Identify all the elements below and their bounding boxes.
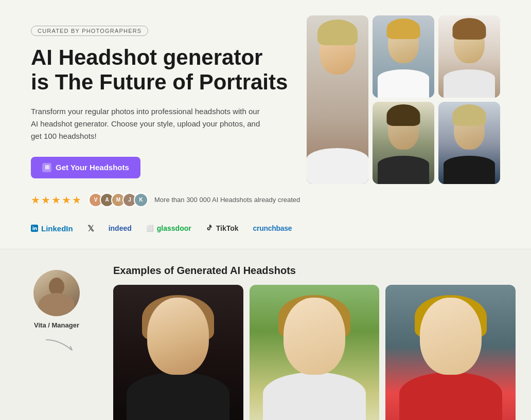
proof-text: More than 300 000 AI Headshots already c… (154, 196, 300, 204)
user-name: Vita / Manager (34, 321, 79, 329)
twitter-x-logo: 𝕏 (87, 224, 94, 233)
curated-badge: CURATED BY PHOTOGRAPHERS (31, 26, 148, 36)
star-rating: ★★★★★ (31, 194, 82, 206)
hero-photo-grid (307, 15, 500, 188)
linkedin-logo: LinkedIn (31, 224, 73, 233)
grid-photo-3 (438, 15, 500, 98)
examples-title: Examples of Generated AI Headshots (113, 265, 516, 277)
user-profile-area: Vita / Manager 300 000+ AI headshots alr… (15, 265, 98, 420)
generated-photos-grid: + AI Generated + AI Generated + AI Gen (113, 285, 516, 420)
camera-icon: ⊞ (42, 163, 51, 172)
social-proof: ★★★★★ V A M J K More than 300 000 AI Hea… (31, 193, 300, 207)
hero-description: Transform your regular photos into profe… (31, 105, 268, 142)
grid-photo-5 (438, 102, 500, 184)
user-avatar (33, 270, 80, 316)
arrow-icon (44, 337, 85, 361)
generated-photo-3: + AI Generated (385, 285, 516, 420)
grid-photo-4 (373, 102, 434, 184)
generated-photo-1: + AI Generated (113, 285, 243, 420)
grid-photo-tall-1 (307, 15, 368, 184)
generated-examples-area: Examples of Generated AI Headshots + AI … (113, 265, 516, 420)
glassdoor-logo: ⬜glassdoor (146, 224, 191, 232)
indeed-logo: indeed (109, 224, 132, 232)
user-avatars: V A M J K (88, 193, 148, 207)
hero-left-content: CURATED BY PHOTOGRAPHERS AI Headshot gen… (31, 21, 300, 233)
generated-photo-2: + AI Generated (250, 285, 380, 420)
grid-photo-2 (373, 15, 434, 98)
examples-section: Vita / Manager 300 000+ AI headshots alr… (0, 249, 531, 420)
tiktok-logo: TikTok (206, 224, 239, 232)
hero-title: AI Headshot generator is The Future of P… (31, 45, 300, 95)
crunchbase-logo: crunchbase (253, 224, 292, 232)
get-headshots-button[interactable]: ⊞ Get Your Headshots (31, 157, 140, 178)
hero-section: CURATED BY PHOTOGRAPHERS AI Headshot gen… (0, 0, 531, 249)
avatar-5: K (134, 193, 148, 207)
brand-logos: LinkedIn 𝕏 indeed ⬜glassdoor TikTok crun… (31, 224, 300, 233)
